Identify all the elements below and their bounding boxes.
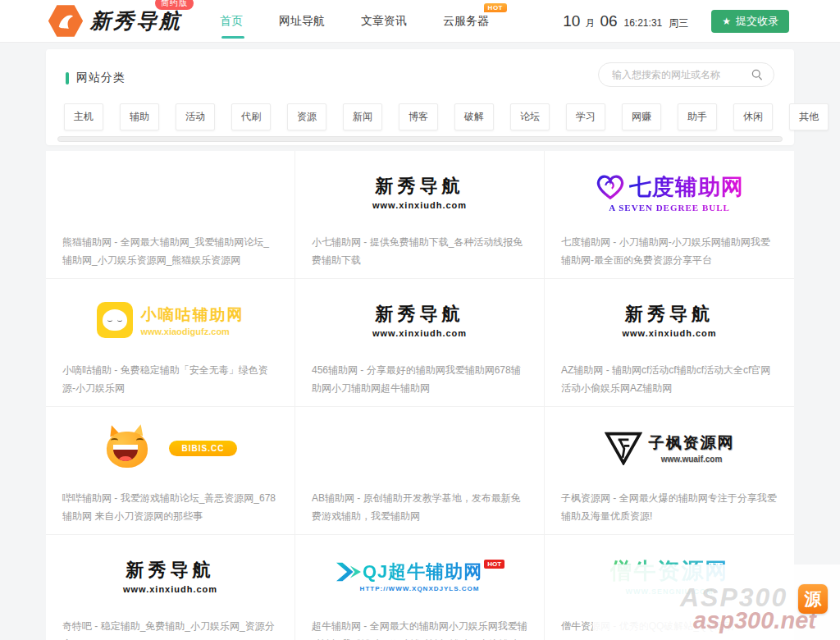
logo-domain: www.xinxiudh.com xyxy=(372,200,467,210)
site-card-xiaodigu[interactable]: 小嘀咕辅助网 www.xiaodigufz.com 小嘀咕辅助 - 免费稳定辅助… xyxy=(46,279,295,407)
category-chip-row: 主机 辅助 活动 代刷 资源 新闻 博客 破解 论坛 学习 网赚 助手 休闲 其… xyxy=(46,87,794,130)
asp300-watermark: ASP300 asp300.net 源 xyxy=(593,565,840,640)
horizontal-scrollbar[interactable] xyxy=(57,136,783,142)
cat-icon xyxy=(103,427,151,469)
nav-item-articles[interactable]: 文章资讯 xyxy=(361,0,407,43)
logo-text: 新秀导航 xyxy=(372,174,467,199)
logo-domain-pill: BIBIS.CC xyxy=(169,441,238,456)
site-description: 七度辅助网 - 小刀辅助网-小刀娱乐网辅助网我爱辅助网-最全面的免费资源分享平台 xyxy=(561,233,778,269)
xinxiu-logo: 新秀导航 www.xinxiudh.com xyxy=(372,174,467,210)
xinxiu-logo: 新秀导航 www.xinxiudh.com xyxy=(622,302,716,338)
category-chip-daishua[interactable]: 代刷 xyxy=(231,103,271,130)
x-arrow-icon xyxy=(335,560,363,584)
nav-item-home[interactable]: 首页 xyxy=(220,0,243,43)
site-logo-area: 小嘀咕辅助网 www.xiaodigufz.com xyxy=(62,279,278,361)
search-box[interactable] xyxy=(598,62,774,87)
xinxiu-logo: 新秀导航 www.xinxiudh.com xyxy=(123,558,217,594)
datetime-display: 10 月 06 16:21:31 周三 xyxy=(563,12,688,30)
logo-domain: www.xinxiudh.com xyxy=(372,328,467,338)
header-right: 10 月 06 16:21:31 周三 ★ 提交收录 xyxy=(563,10,789,33)
site-logo-area: 新秀导航 www.xinxiudh.com xyxy=(62,535,278,617)
category-panel: 网站分类 主机 辅助 活动 代刷 资源 新闻 博客 破解 论坛 学习 网赚 助手… xyxy=(46,49,794,145)
search-input[interactable] xyxy=(612,69,751,80)
logo-text: 七度辅助网 xyxy=(629,172,744,202)
day-number: 06 xyxy=(600,12,617,30)
zifeng-logo: 子枫资源网 www.wuaif.com xyxy=(605,431,735,465)
site-description: 奇特吧 - 稳定辅助_免费辅助_小刀娱乐网_资源分享网 xyxy=(62,617,278,640)
logo-text: 小嘀咕辅助网 xyxy=(141,304,244,326)
category-chip-wangzhuan[interactable]: 网赚 xyxy=(622,103,661,130)
logo-text: 新秀导航 xyxy=(372,302,467,327)
site-card-456[interactable]: 新秀导航 www.xinxiudh.com 456辅助网 - 分享最好的辅助网我… xyxy=(295,279,545,407)
category-chip-zhuji[interactable]: 主机 xyxy=(64,103,103,130)
category-chip-xiuxian[interactable]: 休闲 xyxy=(733,103,773,130)
logo-title: 新秀导航 xyxy=(90,7,182,34)
search-icon[interactable] xyxy=(751,68,764,81)
nav-item-label: 首页 xyxy=(220,14,243,29)
site-description: 小七辅助网 - 提供免费辅助下载_各种活动线报免费辅助下载 xyxy=(312,233,527,269)
submit-button-label: 提交收录 xyxy=(736,14,778,29)
title-accent-bar xyxy=(66,72,69,85)
category-chip-huodong[interactable]: 活动 xyxy=(176,103,215,130)
category-chip-ziyuan[interactable]: 资源 xyxy=(287,103,326,130)
submit-site-button[interactable]: ★ 提交收录 xyxy=(711,10,789,33)
nav-item-label: 文章资讯 xyxy=(361,14,407,29)
main-nav: 首页 网址导航 文章资讯 云服务器 HOT xyxy=(220,0,525,43)
site-card-bibi[interactable]: BIBIS.CC 哔哔辅助网 - 我爱游戏辅助论坛_善恶资源网_678辅助网 来… xyxy=(46,407,295,535)
nav-item-url-nav[interactable]: 网址导航 xyxy=(279,0,325,43)
site-description: 熊猫辅助网 - 全网最大辅助网_我爱辅助网论坛_辅助网_小刀娱乐资源网_熊猫娱乐… xyxy=(62,233,278,269)
site-description: 超牛辅助网 - 全网最大的辅助网小刀娱乐网我爱辅助论坛我爱辅助网游戏辅助论坛辅助… xyxy=(312,617,527,640)
site-description: 小嘀咕辅助 - 免费稳定辅助「安全无毒」绿色资源-小刀娱乐网 xyxy=(62,361,278,397)
category-chip-boke[interactable]: 博客 xyxy=(399,103,438,130)
month-number: 10 xyxy=(563,12,580,30)
site-description: 哔哔辅助网 - 我爱游戏辅助论坛_善恶资源网_678辅助网 来自小刀资源网的那些… xyxy=(62,489,278,525)
site-card-az[interactable]: 新秀导航 www.xinxiudh.com AZ辅助网 - 辅助网cf活动cf辅… xyxy=(545,279,794,407)
logo-text: QJ超牛辅助网 xyxy=(363,560,482,584)
qidu-logo: 七度辅助网 A SEVEN DEGREE BULL xyxy=(595,172,744,213)
site-logo-area: 新秀导航 www.xinxiudh.com xyxy=(312,279,527,361)
site-logo-area xyxy=(312,407,527,489)
site-logo-area: 新秀导航 www.xinxiudh.com xyxy=(312,151,527,233)
site-description: AZ辅助网 - 辅助网cf活动cf辅助cf活动大全cf官网活动小偷娱乐网AZ辅助… xyxy=(561,361,778,397)
site-card-zifeng[interactable]: 子枫资源网 www.wuaif.com 子枫资源网 - 全网最火爆的辅助网专注于… xyxy=(545,407,794,535)
face-icon xyxy=(97,302,133,338)
site-card-qiteba[interactable]: 新秀导航 www.xinxiudh.com 奇特吧 - 稳定辅助_免费辅助_小刀… xyxy=(46,535,295,640)
site-card-xiaoqi[interactable]: 新秀导航 www.xinxiudh.com 小七辅助网 - 提供免费辅助下载_各… xyxy=(295,151,545,279)
site-logo-area: BIBIS.CC xyxy=(62,407,278,489)
xiaodigu-logo: 小嘀咕辅助网 www.xiaodigufz.com xyxy=(97,302,244,338)
nav-item-label: 云服务器 xyxy=(443,14,489,29)
logo-text: 子枫资源网 xyxy=(649,432,735,454)
category-chip-pojie[interactable]: 破解 xyxy=(454,103,494,130)
site-description: 456辅助网 - 分享最好的辅助网我爱辅助网678辅助网小刀辅助网超牛辅助网 xyxy=(312,361,527,397)
heart-icon xyxy=(595,173,626,201)
fox-logo-icon xyxy=(48,4,84,39)
month-label: 月 xyxy=(585,16,595,30)
logo-version-badge: 简约版 xyxy=(155,0,194,10)
site-logo[interactable]: 新秀导航 简约版 xyxy=(48,4,182,39)
panel-title: 网站分类 xyxy=(76,71,126,85)
site-card-xiongmao[interactable]: 熊猫辅助网 - 全网最大辅助网_我爱辅助网论坛_辅助网_小刀娱乐资源网_熊猫娱乐… xyxy=(46,151,295,279)
category-chip-xinwen[interactable]: 新闻 xyxy=(343,103,382,130)
chaoniu-logo: QJ超牛辅助网 HOT HTTP://WWW.XQNXDJYLS.COM xyxy=(335,560,504,592)
site-card-ab[interactable]: AB辅助网 - 原创辅助开发教学基地，发布最新免费游戏辅助，我爱辅助网 xyxy=(295,407,545,535)
site-logo-area: 子枫资源网 www.wuaif.com xyxy=(561,407,778,489)
site-logo-area: QJ超牛辅助网 HOT HTTP://WWW.XQNXDJYLS.COM xyxy=(312,535,527,617)
clock-time: 16:21:31 xyxy=(624,17,663,29)
category-chip-luntan[interactable]: 论坛 xyxy=(510,103,550,130)
site-card-chaoniu[interactable]: QJ超牛辅助网 HOT HTTP://WWW.XQNXDJYLS.COM 超牛辅… xyxy=(295,535,545,640)
logo-domain: www.xinxiudh.com xyxy=(622,328,716,338)
logo-domain: www.wuaif.com xyxy=(649,455,735,464)
bibis-logo: BIBIS.CC xyxy=(103,427,238,469)
logo-url: HTTP://WWW.XQNXDJYLS.COM xyxy=(335,585,504,592)
site-logo-area xyxy=(62,151,278,233)
category-chip-zhushou[interactable]: 助手 xyxy=(678,103,717,130)
site-logo-area: 新秀导航 www.xinxiudh.com xyxy=(561,279,778,361)
site-card-qidu[interactable]: 七度辅助网 A SEVEN DEGREE BULL 七度辅助网 - 小刀辅助网-… xyxy=(545,151,794,279)
logo-text: 新秀导航 xyxy=(622,302,716,327)
category-chip-fuzhu[interactable]: 辅助 xyxy=(120,103,159,130)
logo-subtitle: A SEVEN DEGREE BULL xyxy=(595,203,744,213)
logo-domain: www.xinxiudh.com xyxy=(123,584,217,594)
nav-item-cloud-server[interactable]: 云服务器 HOT xyxy=(443,0,489,43)
category-chip-qita[interactable]: 其他 xyxy=(789,103,829,130)
category-chip-xuexi[interactable]: 学习 xyxy=(566,103,605,130)
